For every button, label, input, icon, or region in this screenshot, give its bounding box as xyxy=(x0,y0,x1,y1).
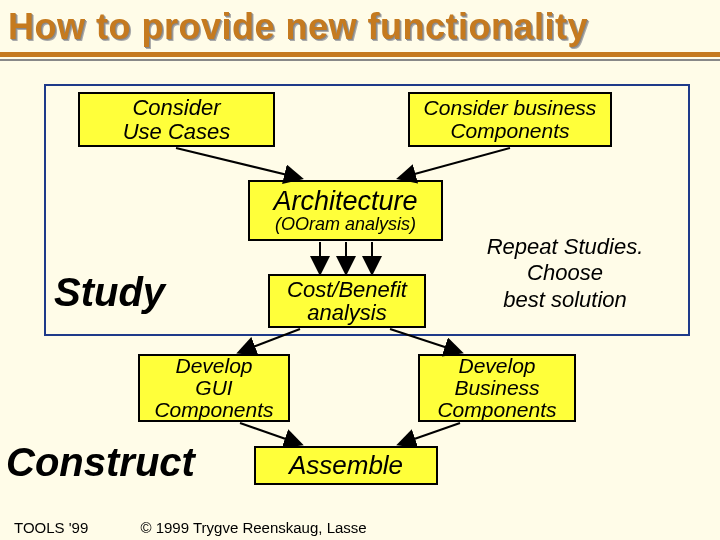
box-business-l2: Components xyxy=(410,120,610,142)
box-develop-business: Develop Business Components xyxy=(418,354,576,422)
title-rule-orange xyxy=(0,52,720,57)
box-use-cases-l2: Use Cases xyxy=(80,120,273,143)
footer: TOOLS '99 © 1999 Trygve Reenskaug, Lasse xyxy=(14,519,367,536)
svg-line-7 xyxy=(240,423,300,444)
box-architecture-sub: (OOram analysis) xyxy=(250,215,441,234)
box-use-cases: Consider Use Cases xyxy=(78,92,275,147)
label-construct: Construct xyxy=(6,440,195,485)
box-cost-l1: Cost/Benefit xyxy=(270,278,424,301)
box-gui-l3: Components xyxy=(140,399,288,421)
box-business-components: Consider business Components xyxy=(408,92,612,147)
footer-copyright: © 1999 Trygve Reenskaug, Lasse xyxy=(140,519,366,536)
box-cost-benefit: Cost/Benefit analysis xyxy=(268,274,426,328)
box-assemble: Assemble xyxy=(254,446,438,485)
box-assemble-text: Assemble xyxy=(256,452,436,479)
right-note-l1: Repeat Studies. xyxy=(454,234,676,260)
footer-left: TOOLS '99 xyxy=(14,519,88,536)
box-devbus-l2: Business xyxy=(420,377,574,399)
box-cost-l2: analysis xyxy=(270,301,424,324)
box-architecture: Architecture (OOram analysis) xyxy=(248,180,443,241)
label-study: Study xyxy=(54,270,165,315)
svg-line-8 xyxy=(400,423,460,444)
slide-title: How to provide new functionality xyxy=(0,0,720,52)
box-devbus-l3: Components xyxy=(420,399,574,421)
box-architecture-main: Architecture xyxy=(250,187,441,215)
box-devbus-l1: Develop xyxy=(420,355,574,377)
right-note-l2: Choose xyxy=(454,260,676,286)
box-gui-l1: Develop xyxy=(140,355,288,377)
box-use-cases-l1: Consider xyxy=(80,96,273,119)
box-gui-l2: GUI xyxy=(140,377,288,399)
right-note-l3: best solution xyxy=(454,287,676,313)
right-note: Repeat Studies. Choose best solution xyxy=(454,234,676,313)
title-rule-thin xyxy=(0,59,720,61)
box-develop-gui: Develop GUI Components xyxy=(138,354,290,422)
box-business-l1: Consider business xyxy=(410,97,610,119)
